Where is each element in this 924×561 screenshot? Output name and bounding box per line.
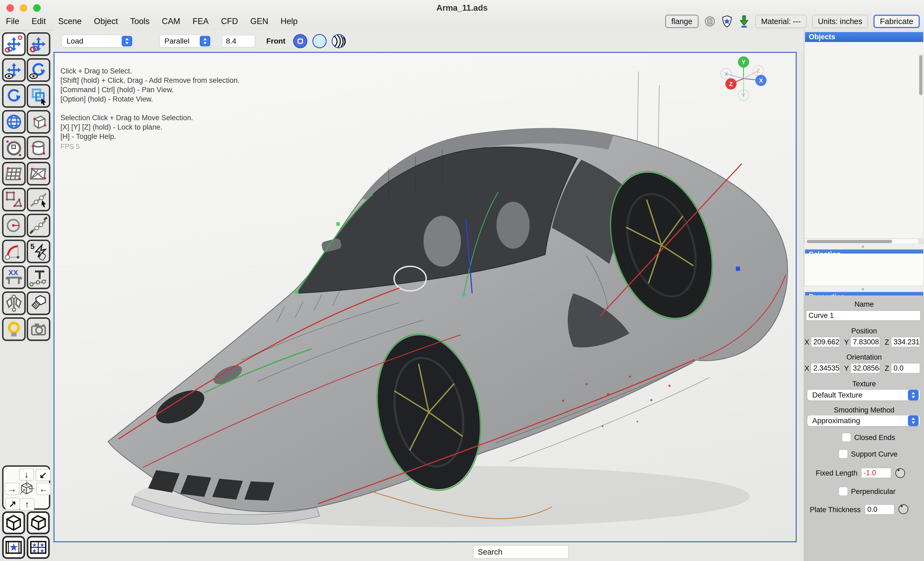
menu-object[interactable]: Object	[94, 16, 118, 26]
plate-thickness-dial[interactable]	[898, 504, 909, 515]
orientation-x-field[interactable]: 2.34535	[811, 363, 840, 373]
load-dropdown-value: Load	[62, 37, 83, 45]
right-panel: Objects Selection Properties Name Curve …	[804, 30, 924, 561]
iso-cube-view-button[interactable]	[2, 511, 25, 534]
move-tool[interactable]	[2, 32, 26, 56]
view-up-button[interactable]: ↑	[20, 498, 34, 510]
svg-text:Z: Z	[757, 68, 760, 74]
view-up-right-button[interactable]: ↗	[5, 498, 20, 510]
edit-polyline-tool[interactable]	[27, 188, 50, 211]
camera-tool[interactable]	[27, 317, 50, 341]
position-y-field[interactable]: 7.83008	[850, 337, 880, 347]
fabricate-button[interactable]: Fabricate	[873, 15, 920, 28]
orientation-y-field[interactable]: 32.08564	[850, 363, 880, 373]
ribbon-icon[interactable]	[704, 15, 716, 28]
support-curve-checkbox[interactable]	[839, 449, 848, 458]
perpendicular-checkbox[interactable]	[839, 487, 848, 496]
disc-primitive-tool[interactable]	[2, 136, 26, 160]
plate-thickness-label: Plate Thickness	[804, 506, 861, 514]
cylinder-primitive-tool[interactable]	[27, 136, 50, 160]
arc-tool[interactable]	[2, 239, 26, 263]
menu-gen[interactable]: GEN	[250, 16, 268, 26]
download-arrow-icon[interactable]	[738, 15, 750, 28]
position-z-field[interactable]: 334.2319	[891, 337, 920, 347]
perspective-cube-view-button[interactable]	[27, 511, 50, 534]
detail-spray-tool[interactable]: 5	[27, 239, 50, 263]
panel-splitter[interactable]	[804, 286, 924, 292]
texture-dropdown[interactable]: Default Texture	[807, 389, 920, 401]
name-field[interactable]: Curve 1	[806, 310, 921, 320]
grid-plane-tool[interactable]	[2, 162, 26, 186]
view-navigation-cluster: ↓↙→←↗↑	[2, 465, 50, 510]
objects-vertical-scrollbar[interactable]	[918, 54, 923, 238]
view-toolbar: Load Parallel 8.4 Front	[54, 30, 804, 52]
flange-button[interactable]: flange	[665, 15, 699, 28]
pan-view-tool[interactable]	[2, 58, 26, 82]
wireframe-view-icon[interactable]	[331, 33, 346, 49]
text-path-tool[interactable]	[27, 266, 50, 289]
load-dropdown[interactable]: Load	[62, 35, 134, 48]
bolt-tool[interactable]	[27, 292, 50, 315]
menu-file[interactable]: File	[6, 16, 19, 26]
svg-text:X: X	[724, 71, 728, 77]
menu-cfd[interactable]: CFD	[221, 16, 238, 26]
menu-cam[interactable]: CAM	[162, 16, 180, 26]
menu-scene[interactable]: Scene	[58, 16, 81, 26]
zoom-value-field[interactable]: 8.4	[222, 35, 255, 47]
position-x-field[interactable]: 209.6627	[811, 337, 840, 347]
smoothing-method-dropdown[interactable]: Approximating	[807, 415, 920, 426]
quad-view-star-button[interactable]: ★★★★	[27, 536, 50, 559]
viewport-3d[interactable]: Click + Drag to Select. [Shift] (hold) +…	[54, 52, 797, 542]
clamp-xx-tool[interactable]: XX	[2, 266, 26, 289]
fixed-length-field[interactable]: -1.0	[861, 468, 891, 478]
closed-ends-checkbox[interactable]	[842, 433, 851, 442]
chrome-right-controls: flange Material: --- Units: inches Fabri…	[665, 14, 920, 29]
window-chrome: Arma_11.ads FileEditSceneObjectToolsCAMF…	[0, 0, 924, 30]
position-label: Position	[804, 327, 924, 335]
nav-cube-icon	[17, 480, 36, 497]
light-tool[interactable]	[2, 317, 26, 341]
search-input[interactable]: Search	[473, 545, 568, 559]
solid-view-icon[interactable]	[292, 33, 308, 49]
units-button[interactable]: Units: inches	[812, 15, 868, 28]
chevron-updown-icon	[908, 415, 919, 426]
globe-tool[interactable]	[2, 110, 26, 133]
move-copy-tool[interactable]	[27, 32, 50, 56]
svg-text:XX: XX	[8, 268, 18, 277]
plate-thickness-field[interactable]: 0.0	[865, 504, 894, 515]
shapes-tool[interactable]	[2, 188, 26, 211]
menu-fea[interactable]: FEA	[192, 16, 208, 26]
view-down-button[interactable]: ↓	[19, 468, 34, 480]
svg-text:Y: Y	[742, 59, 746, 66]
shield-star-icon[interactable]	[721, 15, 733, 28]
rotate-tool[interactable]	[2, 84, 26, 108]
mirror-tool[interactable]	[2, 292, 26, 315]
menu-edit[interactable]: Edit	[32, 16, 46, 26]
objects-horizontal-scrollbar[interactable]	[805, 239, 918, 244]
view-down-left-button[interactable]: ↙	[36, 469, 51, 481]
texture-dropdown-value: Default Texture	[807, 391, 862, 399]
ghost-view-icon[interactable]	[312, 33, 327, 49]
help-lines: Click + Drag to Select. [Shift] (hold) +…	[60, 67, 240, 141]
rotate-view-tool[interactable]	[27, 58, 50, 82]
svg-text:★: ★	[40, 542, 44, 548]
panel-splitter[interactable]	[804, 244, 924, 250]
fixed-length-dial[interactable]	[895, 468, 906, 479]
circle-radius-tool[interactable]	[2, 214, 26, 237]
svg-text:X: X	[759, 77, 763, 84]
view-left-button[interactable]: ←	[36, 483, 51, 495]
cube-primitive-tool[interactable]	[27, 110, 50, 133]
menu-tools[interactable]: Tools	[130, 16, 150, 26]
projection-dropdown[interactable]: Parallel	[159, 35, 212, 48]
orientation-z-field[interactable]: 0.0	[891, 363, 920, 373]
material-button[interactable]: Material: ---	[755, 15, 807, 28]
position-x-label: X	[804, 338, 809, 347]
single-view-star-button[interactable]: ★	[2, 536, 25, 559]
menu-help[interactable]: Help	[280, 16, 298, 26]
box-select-tool[interactable]	[27, 84, 50, 108]
spline-tool[interactable]	[27, 214, 50, 237]
orientation-y-label: Y	[844, 364, 849, 373]
tri-plane-tool[interactable]	[27, 162, 50, 186]
orientation-gizmo[interactable]: Y X Z X Z Y	[718, 54, 780, 111]
objects-panel-header: Objects	[805, 32, 923, 42]
